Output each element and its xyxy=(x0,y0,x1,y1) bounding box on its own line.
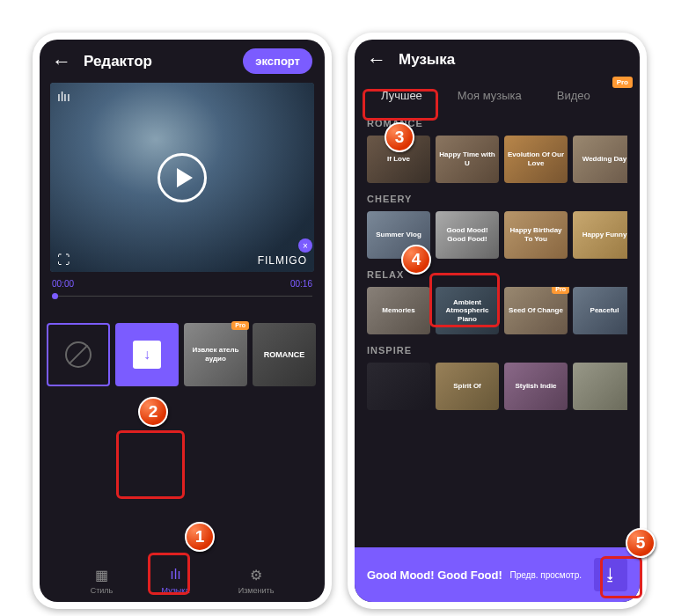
nav-label: Музыка xyxy=(162,586,190,595)
editor-title: Редактор xyxy=(84,53,243,70)
category-title: CHEERY xyxy=(367,194,627,204)
callout-3: 3 xyxy=(385,122,414,152)
track-item[interactable]: ProSeed Of Change xyxy=(504,287,568,334)
track-item[interactable]: Happy Time with U xyxy=(436,136,499,183)
track-item[interactable]: Ambient Atmospheric Piano xyxy=(436,287,499,334)
thumb-audio-extractor[interactable]: Pro Извлек атель аудио xyxy=(184,323,247,386)
track-item[interactable] xyxy=(367,363,430,410)
tab-my-music[interactable]: Моя музыка xyxy=(442,80,538,111)
editor-header: ← Редактор экспорт xyxy=(40,40,325,83)
track-item[interactable]: Memories xyxy=(367,287,430,334)
music-icon: ılı xyxy=(166,566,184,583)
track-item[interactable]: Spirit Of xyxy=(436,363,499,410)
category-relax: RELAX Memories Ambient Atmospheric Piano… xyxy=(355,262,640,338)
now-playing-bar: Good Mood! Good Food! Предв. просмотр. ⭳ xyxy=(355,547,640,602)
edit-icon: ⚙ xyxy=(247,566,265,583)
nav-style[interactable]: ▦ Стиль xyxy=(91,566,114,595)
track-item[interactable]: Happy Funny xyxy=(573,211,627,259)
track-item[interactable]: Stylish Indie xyxy=(504,363,568,410)
callout-1: 1 xyxy=(185,522,215,552)
music-thumbnails: ↓ Pro Извлек атель аудио ROMANCE xyxy=(40,297,325,395)
track-item[interactable] xyxy=(573,363,627,410)
watermark-text: FILMIGO xyxy=(258,254,307,267)
time-end: 00:16 xyxy=(290,279,312,289)
thumb-label: ROMANCE xyxy=(264,350,305,359)
time-start: 00:00 xyxy=(52,279,74,289)
music-title: Музыка xyxy=(399,51,627,69)
pro-badge: Pro xyxy=(552,287,569,294)
track-item[interactable]: Good Mood! Good Food! xyxy=(436,211,499,259)
export-button[interactable]: экспорт xyxy=(243,48,312,74)
callout-4: 4 xyxy=(401,245,431,275)
back-icon[interactable]: ← xyxy=(52,50,71,73)
track-row: Spirit Of Stylish Indie xyxy=(367,363,627,410)
style-icon: ▦ xyxy=(92,566,110,583)
timeline-labels: 00:00 00:16 xyxy=(40,272,325,296)
callout-5: 5 xyxy=(626,528,656,558)
thumb-label: Извлек атель аудио xyxy=(187,346,244,363)
nav-label: Изменить xyxy=(238,586,275,595)
tab-best[interactable]: Лучшее xyxy=(365,80,438,111)
phone-music: ← Музыка Лучшее Моя музыка Видео Pro ROM… xyxy=(348,33,647,609)
download-icon: ⭳ xyxy=(603,566,619,584)
thumb-romance[interactable]: ROMANCE xyxy=(253,323,316,386)
callout-2: 2 xyxy=(138,397,168,427)
preview-button[interactable]: Предв. просмотр. xyxy=(510,570,582,580)
thumb-download-music[interactable]: ↓ xyxy=(115,323,179,386)
music-header: ← Музыка xyxy=(355,40,640,80)
fullscreen-icon[interactable]: ⛶ xyxy=(57,253,70,267)
pro-badge: Pro xyxy=(231,321,249,330)
tab-video[interactable]: Видео xyxy=(541,80,606,111)
download-button[interactable]: ⭳ xyxy=(594,558,627,591)
category-cheery: CHEERY Summer Vlog Good Mood! Good Food!… xyxy=(355,187,640,262)
track-row: Memories Ambient Atmospheric Piano ProSe… xyxy=(367,287,627,334)
editor-screen: ← Редактор экспорт ılıı ⛶ × FILMIGO 00:0… xyxy=(40,40,325,602)
download-icon: ↓ xyxy=(133,341,161,369)
track-item[interactable]: Happy Birthday To You xyxy=(504,211,568,259)
now-playing-title: Good Mood! Good Food! xyxy=(367,568,510,582)
bottom-nav: ▦ Стиль ılı Музыка ⚙ Изменить xyxy=(40,559,325,602)
timeline-slider[interactable] xyxy=(52,296,312,297)
nav-edit[interactable]: ⚙ Изменить xyxy=(238,566,275,595)
track-item[interactable]: Wedding Day xyxy=(573,136,627,183)
category-inspire: INSPIRE Spirit Of Stylish Indie xyxy=(355,338,640,414)
track-item[interactable]: Evolution Of Our Love xyxy=(504,136,568,183)
music-tabs: Лучшее Моя музыка Видео Pro xyxy=(355,80,640,111)
nav-music[interactable]: ılı Музыка xyxy=(162,566,190,595)
equalizer-icon[interactable]: ılıı xyxy=(57,90,70,104)
thumb-no-music[interactable] xyxy=(47,323,110,386)
category-title: INSPIRE xyxy=(367,345,627,356)
track-label: Seed Of Change xyxy=(509,306,563,315)
play-icon xyxy=(177,168,193,187)
phone-editor: ← Редактор экспорт ılıı ⛶ × FILMIGO 00:0… xyxy=(33,33,332,609)
watermark-close-icon[interactable]: × xyxy=(298,238,312,253)
nav-label: Стиль xyxy=(91,586,114,595)
play-button[interactable] xyxy=(158,153,207,202)
track-item[interactable]: Peaceful xyxy=(573,287,627,334)
video-preview[interactable]: ılıı ⛶ × FILMIGO xyxy=(50,83,314,272)
back-icon[interactable]: ← xyxy=(367,48,386,71)
pro-badge: Pro xyxy=(612,77,633,88)
